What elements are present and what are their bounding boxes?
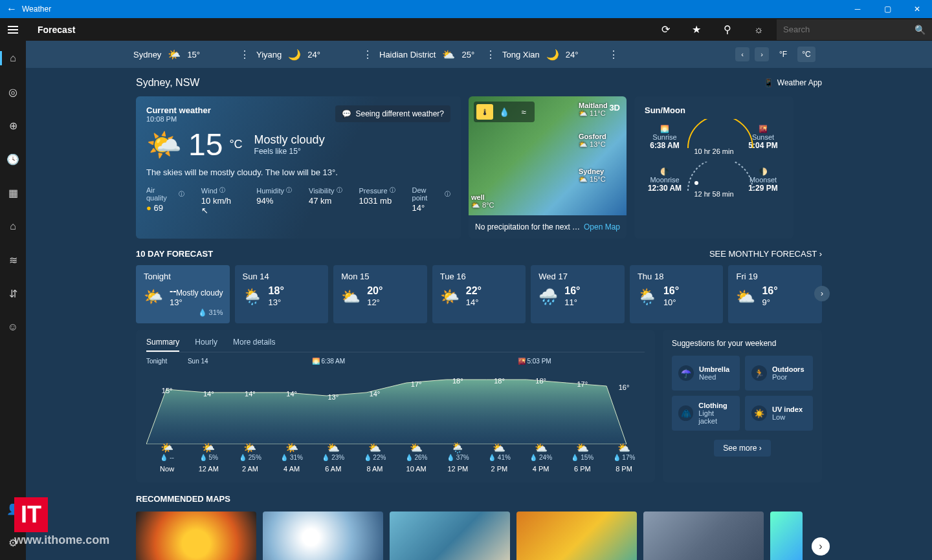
sidebar-item-account[interactable]: 👤 xyxy=(0,498,26,520)
page-title: Forecast xyxy=(26,25,75,35)
map-thumb[interactable] xyxy=(136,512,256,560)
tab-hourly[interactable]: Hourly xyxy=(195,338,217,352)
map-layer-precip[interactable]: 💧 xyxy=(496,104,513,120)
more-icon[interactable]: ⋮ xyxy=(362,48,373,61)
more-icon[interactable]: ⋮ xyxy=(608,48,619,61)
map-thumb[interactable] xyxy=(770,512,803,560)
hourly-detail-card: Summary Hourly More details Tonight Sun … xyxy=(136,330,655,482)
pin-button[interactable]: ⚲ xyxy=(712,18,743,41)
refresh-button[interactable]: ⟳ xyxy=(650,18,681,41)
day-card[interactable]: Thu 18🌦️16°10° xyxy=(630,265,724,323)
sidebar-item-monthly[interactable]: ▦ xyxy=(0,182,26,204)
more-icon[interactable]: ⋮ xyxy=(239,48,250,61)
current-temp: 15 xyxy=(188,127,223,162)
sidebar-item-pollen[interactable]: ⌂ xyxy=(0,215,26,237)
favorite-city-2[interactable]: Haidian District ⛅ 25° ⋮ xyxy=(379,41,502,68)
recommended-maps-title: RECOMMENDED MAPS xyxy=(136,494,230,504)
tab-more-details[interactable]: More details xyxy=(233,338,275,352)
stat-pressure: Pressure ⓘ1031 mb xyxy=(359,186,395,215)
map-3d-toggle[interactable]: 3D xyxy=(609,103,620,113)
hourly-col: 🌤️💧 5%12 AM xyxy=(188,442,229,473)
favorite-button[interactable]: ★ xyxy=(681,18,712,41)
theme-button[interactable]: ☼ xyxy=(743,18,774,41)
map-city[interactable]: Sydney⛅ 15°C xyxy=(579,167,606,184)
tab-summary[interactable]: Summary xyxy=(146,338,179,352)
maps-next-button[interactable]: › xyxy=(812,537,830,555)
hourly-col: ⛅💧 22%8 AM xyxy=(354,442,395,473)
back-button[interactable]: ← xyxy=(6,3,22,15)
suggestion-outdoors[interactable]: 🏃OutdoorsPoor xyxy=(745,356,813,391)
map-thumb[interactable] xyxy=(390,512,510,560)
day-card[interactable]: Wed 17🌧️16°11° xyxy=(531,265,625,323)
sidebar-item-settings[interactable]: ⚙ xyxy=(0,532,26,554)
map-thumb[interactable] xyxy=(263,512,383,560)
stat-dew-point: Dew point ⓘ14° xyxy=(412,186,450,215)
map-thumb[interactable] xyxy=(516,512,637,560)
weather-map[interactable]: 🌡 💧 ≈ 3D Maitland⛅ 11°CGosford⛅ 13°CSydn… xyxy=(469,96,627,215)
weather-icon: 🌙 xyxy=(546,48,559,61)
favorite-city-3[interactable]: Tong Xian 🌙 24° ⋮ xyxy=(502,41,625,68)
day-card[interactable]: Sun 14🌦️18°13° xyxy=(235,265,329,323)
current-weather-label: Current weather xyxy=(146,105,211,115)
search-icon[interactable]: 🔍 xyxy=(915,25,926,35)
hourly-col: 🌤️💧 --Now xyxy=(146,442,188,473)
sunmoon-title: Sun/Moon xyxy=(645,105,783,115)
menu-button[interactable] xyxy=(0,18,26,41)
sidebar-item-hourly[interactable]: 🕓 xyxy=(0,148,26,170)
map-city[interactable]: Maitland⛅ 11°C xyxy=(579,102,608,118)
sidebar-item-maps[interactable]: ◎ xyxy=(0,81,26,103)
current-weather-time: 10:08 PM xyxy=(146,115,211,123)
unit-celsius[interactable]: °C xyxy=(797,47,816,62)
suggestion-clothing[interactable]: 🧥ClothingLight jacket xyxy=(672,396,740,431)
map-thumb[interactable] xyxy=(643,512,764,560)
open-map-link[interactable]: Open Map xyxy=(584,222,620,232)
title-bar: ← Weather ─ ▢ ✕ xyxy=(0,0,932,18)
sidebar-item-forecast[interactable]: ⌂ xyxy=(0,47,26,69)
maximize-button[interactable]: ▢ xyxy=(872,0,902,18)
map-precip-text: No precipitation for the next … xyxy=(475,222,580,232)
sidebar-item-favorites[interactable]: ☺ xyxy=(0,316,26,338)
map-city[interactable]: well⛅ 8°C xyxy=(471,193,494,210)
day-card[interactable]: Fri 19⛅16°9° xyxy=(728,265,822,323)
header-bar: Forecast ⟳ ★ ⚲ ☼ 🔍 xyxy=(0,18,932,41)
day-card[interactable]: Tonight🌤️--13°Mostly cloudy💧 31% xyxy=(136,265,230,323)
feedback-button[interactable]: 💬 Seeing different weather? xyxy=(335,105,450,122)
fav-next-button[interactable]: › xyxy=(755,47,769,61)
map-layer-wind[interactable]: ≈ xyxy=(515,104,532,120)
close-button[interactable]: ✕ xyxy=(902,0,932,18)
unit-fahrenheit[interactable]: °F xyxy=(774,47,792,62)
fav-prev-button[interactable]: ‹ xyxy=(735,47,749,61)
see-more-button[interactable]: See more › xyxy=(714,440,770,457)
suggestion-umbrella[interactable]: ☂️UmbrellaNeed xyxy=(672,356,740,391)
hourly-col: ⛅💧 17%8 PM xyxy=(603,442,645,473)
more-icon[interactable]: ⋮ xyxy=(485,48,496,61)
favorite-city-0[interactable]: Sydney 🌤️ 15° ⋮ xyxy=(133,41,256,68)
hourly-col: ⛅💧 41%2 PM xyxy=(478,442,520,473)
minimize-button[interactable]: ─ xyxy=(843,0,872,18)
chat-icon: 💬 xyxy=(342,109,351,118)
stat-air-quality: Air quality ⓘ● 69 xyxy=(146,186,184,215)
hourly-chart: Tonight Sun 14 🌅 6:38 AM 🌇 5:03 PM xyxy=(146,356,645,473)
weather-app-link[interactable]: 📱 Weather App xyxy=(764,78,822,87)
day-card[interactable]: Tue 16🌤️22°14° xyxy=(432,265,526,323)
suggestions-title: Suggestions for your weekend xyxy=(672,339,813,348)
days-next-button[interactable]: › xyxy=(814,286,830,301)
weather-icon: 🌤️ xyxy=(168,48,181,61)
sidebar-item-historical[interactable]: ⇵ xyxy=(0,283,26,305)
hourly-col: ⛅💧 23%6 AM xyxy=(313,442,354,473)
sidebar-item-3d[interactable]: ⊕ xyxy=(0,114,26,136)
sidebar-item-life[interactable]: ≋ xyxy=(0,249,26,271)
favorite-city-1[interactable]: Yiyang 🌙 24° ⋮ xyxy=(256,41,379,68)
sunmoon-card: Sun/Moon 🌅 Sunrise 6:38 AM 10 hr 26 min xyxy=(634,96,793,239)
map-city[interactable]: Gosford⛅ 13°C xyxy=(579,133,606,149)
monthly-forecast-link[interactable]: SEE MONTHLY FORECAST › xyxy=(709,249,822,259)
ten-day-title: 10 DAY FORECAST xyxy=(136,249,213,259)
search-input[interactable] xyxy=(783,25,915,34)
favorites-bar: Sydney 🌤️ 15° ⋮ Yiyang 🌙 24° ⋮ Haidian D… xyxy=(26,41,932,68)
stat-humidity: Humidity ⓘ94% xyxy=(256,186,292,215)
suggestion-uv-index[interactable]: ☀️UV indexLow xyxy=(745,396,813,431)
day-card[interactable]: Mon 15⛅20°12° xyxy=(333,265,427,323)
map-layer-temp[interactable]: 🌡 xyxy=(476,104,493,120)
search-box[interactable]: 🔍 xyxy=(777,19,932,40)
hourly-col: ⛅💧 26%10 AM xyxy=(395,442,437,473)
